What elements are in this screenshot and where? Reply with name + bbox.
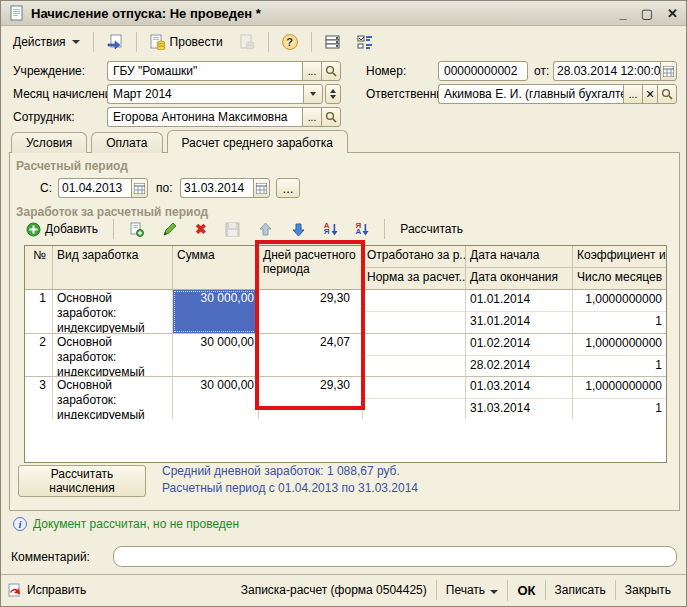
status-line: i Документ рассчитан, но не проведен	[13, 517, 239, 531]
period-from-field: 01.04.2013	[58, 178, 148, 198]
period-from-calendar-button[interactable]	[131, 178, 148, 198]
date-input[interactable]: 28.03.2014 12:00:01	[553, 61, 661, 81]
move-down-button[interactable]	[285, 219, 312, 240]
document-icon	[9, 5, 25, 21]
toolbar-separator	[384, 219, 385, 239]
delete-row-button[interactable]: ✖	[189, 218, 213, 240]
sort-za-icon: ЯА	[356, 223, 370, 236]
period-to-calendar-button[interactable]	[253, 178, 270, 198]
period-more-button[interactable]: ...	[276, 178, 300, 198]
reread-icon	[107, 34, 123, 50]
print-label: Печать	[446, 583, 485, 597]
date-field: 28.03.2014 12:00:01	[553, 61, 677, 81]
actions-menu-button[interactable]: Действия	[7, 32, 86, 52]
toolbar-separator	[93, 32, 94, 52]
responsible-clear-button[interactable]: ✕	[642, 84, 658, 104]
edit-row-button[interactable]	[156, 219, 183, 240]
footer-bar: Исправить Записка-расчет (форма 0504425)…	[1, 574, 686, 605]
list-view-button[interactable]	[319, 31, 347, 53]
document-window: Начисление отпуска: Не проведен * _ ▢ ✕ …	[0, 0, 687, 607]
help-button[interactable]: ?	[276, 31, 304, 53]
tab-conditions[interactable]: Условия	[11, 132, 87, 153]
copy-row-button[interactable]	[123, 219, 150, 240]
chevron-down-icon	[72, 40, 80, 44]
maximize-button[interactable]: ▢	[641, 6, 653, 21]
report-note-button[interactable]: Записка-расчет (форма 0504425)	[232, 580, 436, 600]
institution-select-button[interactable]: ...	[302, 61, 322, 81]
toolbar-separator	[311, 32, 312, 52]
period-to-field: 31.03.2014	[180, 178, 270, 198]
earnings-table[interactable]: № Вид заработка Сумма Дней расчетного пе…	[24, 245, 667, 463]
col-num[interactable]: №	[25, 246, 53, 290]
earnings-toolbar: Добавить ✖ АЯ	[20, 217, 469, 241]
arrow-down-icon	[291, 222, 306, 237]
toolbar-separator	[268, 32, 269, 52]
move-up-button[interactable]	[252, 219, 279, 240]
unpost-button[interactable]	[233, 31, 261, 53]
fix-button[interactable]: Исправить	[27, 583, 86, 597]
period-from-input[interactable]: 01.04.2013	[58, 178, 132, 198]
ok-button[interactable]: ОК	[507, 580, 544, 601]
employee-open-button[interactable]	[321, 107, 341, 127]
calendar-icon	[134, 183, 145, 194]
month-dropdown-button[interactable]	[303, 84, 323, 104]
employee-field: Егорова Антонина Максимовна ...	[107, 107, 341, 127]
avg-daily-earnings: Средний дневной заработок: 1 088,67 руб.	[162, 463, 418, 480]
tab-payment[interactable]: Оплата	[91, 132, 162, 153]
employee-label: Сотрудник:	[13, 110, 75, 124]
period-to-input[interactable]: 31.03.2014	[180, 178, 254, 198]
pencil-icon	[162, 222, 177, 237]
status-text: Документ рассчитан, но не проведен	[33, 517, 239, 531]
responsible-field: Акимова Е. И. (главный бухгалте ... ✕	[438, 84, 677, 104]
close-form-button[interactable]: Закрыть	[615, 580, 680, 600]
employee-input[interactable]: Егорова Антонина Максимовна	[107, 107, 303, 127]
responsible-select-button[interactable]: ...	[623, 84, 643, 104]
month-input[interactable]: Март 2014	[107, 84, 304, 104]
table-row[interactable]: 3 Основной заработок: индексируемый 30 0…	[25, 376, 666, 419]
col-worked-norm[interactable]: Отработано за р... Норма за расчет...	[363, 246, 466, 290]
calculate-button[interactable]: Рассчитать	[394, 219, 469, 239]
comment-input[interactable]	[113, 546, 677, 567]
calculate-accruals-button[interactable]: Рассчитать начисления	[18, 465, 146, 497]
responsible-input[interactable]: Акимова Е. И. (главный бухгалте	[438, 84, 624, 104]
tab-bar: Условия Оплата Расчет среднего заработка	[11, 130, 348, 153]
average-earnings-panel: Расчетный период С: 01.04.2013 по: 31.03…	[9, 152, 680, 511]
minimize-button[interactable]: _	[620, 6, 627, 21]
employee-select-button[interactable]: ...	[302, 107, 322, 127]
post-button[interactable]: Провести	[144, 31, 229, 53]
col-coeff-months[interactable]: Коэффициент ин... Число месяцев	[573, 246, 666, 290]
col-sum[interactable]: Сумма	[173, 246, 259, 290]
col-days[interactable]: Дней расчетного периода	[259, 246, 363, 290]
sort-az-icon: АЯ	[324, 223, 338, 236]
table-row[interactable]: 2 Основной заработок: индексируемый 30 0…	[25, 333, 666, 376]
magnifier-icon	[325, 111, 337, 123]
sort-descending-button[interactable]: ЯА	[350, 220, 376, 239]
end-edit-button[interactable]	[219, 219, 246, 240]
institution-field: ГБУ "Ромашки" ...	[107, 61, 341, 81]
toolbar-separator	[136, 32, 137, 52]
col-type[interactable]: Вид заработка	[53, 246, 173, 290]
month-spinner[interactable]	[325, 84, 341, 104]
tab-average-earnings[interactable]: Расчет среднего заработка	[167, 130, 349, 153]
toolbar-separator	[113, 219, 114, 239]
save-button[interactable]: Записать	[545, 580, 615, 600]
institution-input[interactable]: ГБУ "Ромашки"	[107, 61, 303, 81]
table-row[interactable]: 1 Основной заработок: индексируемый 30 0…	[25, 290, 666, 333]
reread-button[interactable]	[101, 31, 129, 53]
number-input[interactable]: 00000000002	[438, 61, 528, 81]
list-settings-button[interactable]	[351, 31, 379, 53]
period-to-label: по:	[156, 181, 173, 195]
institution-open-button[interactable]	[321, 61, 341, 81]
clear-icon: ✕	[645, 88, 654, 101]
col-dates[interactable]: Дата начала Дата окончания	[466, 246, 573, 290]
magnifier-icon	[325, 65, 337, 77]
post-document-icon	[150, 34, 166, 50]
date-calendar-button[interactable]	[660, 61, 677, 81]
sort-ascending-button[interactable]: АЯ	[318, 220, 344, 239]
chevron-down-icon	[490, 590, 498, 594]
close-button[interactable]: ✕	[667, 6, 678, 21]
add-row-button[interactable]: Добавить	[20, 219, 104, 240]
calculate-label: Рассчитать	[400, 222, 463, 236]
print-button[interactable]: Печать	[436, 580, 508, 600]
responsible-open-button[interactable]	[657, 84, 677, 104]
